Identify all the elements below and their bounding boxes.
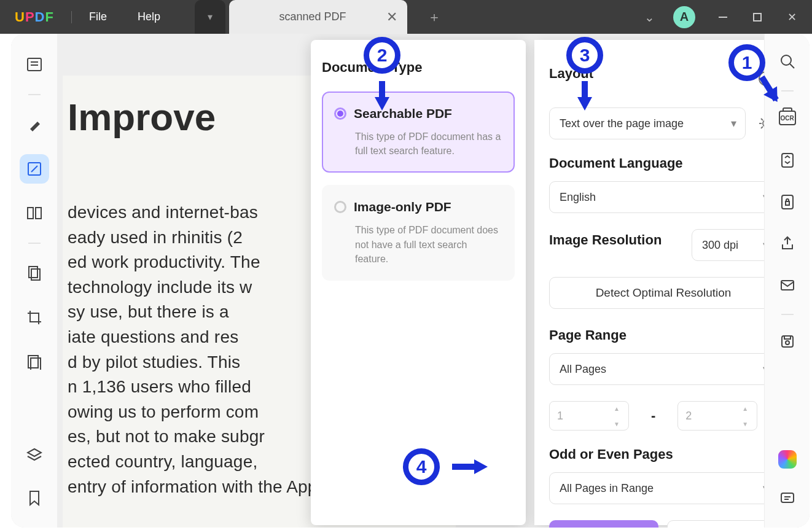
right-toolbar: OCR: [764, 34, 810, 528]
divider: [71, 11, 72, 23]
save-icon[interactable]: [775, 329, 800, 354]
page-range-dropdown[interactable]: All Pages: [549, 353, 764, 385]
new-tab-button[interactable]: ＋: [426, 9, 443, 26]
svg-rect-23: [784, 336, 791, 339]
page-range-heading: Page Range: [549, 327, 764, 343]
svg-rect-19: [786, 201, 789, 205]
compare-icon[interactable]: [20, 198, 49, 228]
option-title: Searchable PDF: [354, 106, 452, 120]
layers-icon[interactable]: [20, 440, 49, 470]
svg-rect-6: [28, 208, 33, 219]
window-maximize-icon[interactable]: [743, 5, 771, 29]
odd-even-heading: Odd or Even Pages: [549, 446, 764, 462]
language-dropdown[interactable]: English: [549, 181, 764, 213]
separator: [781, 90, 794, 92]
resolution-heading: Image Resolution: [549, 232, 683, 248]
option-desc: This type of PDF document has a full tex…: [355, 130, 502, 158]
svg-rect-24: [781, 493, 794, 502]
option-desc: This type of PDF document does not have …: [355, 223, 502, 266]
redact-icon[interactable]: [20, 347, 49, 376]
resolution-dropdown[interactable]: 300 dpi: [692, 229, 764, 261]
document-type-heading: Document Type: [322, 60, 515, 76]
bookmark-icon[interactable]: [20, 483, 49, 513]
option-image-only-pdf[interactable]: Image-only PDF This type of PDF document…: [322, 185, 515, 281]
share-icon[interactable]: [775, 230, 800, 256]
convert-icon[interactable]: [775, 147, 800, 173]
tab-close-icon[interactable]: ✕: [386, 9, 397, 25]
email-icon[interactable]: [775, 272, 800, 298]
dropdown-icon[interactable]: ⌄: [644, 10, 655, 25]
perform-ocr-button[interactable]: Perform OCR: [549, 520, 658, 528]
svg-rect-8: [29, 267, 37, 278]
tab-active[interactable]: scanned PDF ✕: [229, 0, 407, 34]
separator: [28, 94, 41, 95]
language-heading: Document Language: [549, 155, 764, 171]
step-marker-4: 4: [403, 448, 440, 485]
arrow-icon: [375, 97, 389, 111]
left-toolbar: [11, 34, 58, 528]
svg-rect-7: [36, 208, 41, 219]
user-avatar[interactable]: A: [673, 6, 695, 28]
cancel-button[interactable]: Cancel: [667, 520, 764, 528]
arrow-icon: [474, 459, 488, 474]
range-dash: -: [651, 408, 655, 424]
menu-file[interactable]: File: [89, 10, 107, 23]
ocr-settings-panel: Layout ? Text over the page image Docume…: [534, 40, 764, 525]
window-close-icon[interactable]: ✕: [778, 5, 806, 29]
edit-icon[interactable]: [20, 154, 49, 184]
ocr-icon[interactable]: OCR: [775, 105, 800, 131]
svg-point-15: [781, 55, 791, 65]
crop-icon[interactable]: [20, 303, 49, 332]
titlebar: UPDF File Help ▾ scanned PDF ✕ ＋ ⌄ A ✕: [0, 0, 812, 34]
page-to-input[interactable]: 2▲▼: [677, 401, 757, 431]
reader-icon[interactable]: [20, 50, 49, 79]
svg-rect-1: [754, 14, 761, 21]
svg-rect-9: [31, 269, 40, 280]
ai-icon[interactable]: [775, 446, 800, 472]
search-icon[interactable]: [775, 49, 800, 74]
layout-dropdown[interactable]: Text over the page image: [549, 107, 746, 139]
radio-icon: [334, 107, 346, 120]
tab-previous[interactable]: ▾: [195, 0, 225, 34]
detect-resolution-button[interactable]: Detect Optimal Resolution: [549, 277, 764, 309]
svg-line-16: [790, 64, 794, 68]
comment-icon[interactable]: [775, 486, 800, 512]
svg-point-14: [763, 120, 764, 127]
step-marker-1: 1: [728, 44, 765, 81]
highlighter-icon[interactable]: [20, 110, 49, 139]
protect-icon[interactable]: [775, 189, 800, 214]
window-minimize-icon[interactable]: [709, 5, 737, 29]
arrow-icon: [577, 97, 592, 111]
menu-help[interactable]: Help: [138, 10, 160, 23]
tab-title: scanned PDF: [239, 10, 386, 23]
step-marker-2: 2: [364, 37, 400, 74]
step-marker-3: 3: [566, 37, 603, 74]
odd-even-dropdown[interactable]: All Pages in Range: [549, 472, 764, 504]
separator: [781, 314, 794, 315]
page-from-input[interactable]: 1▲▼: [549, 401, 629, 431]
svg-rect-20: [781, 281, 794, 290]
radio-icon: [334, 201, 346, 213]
option-title: Image-only PDF: [354, 200, 451, 214]
option-searchable-pdf[interactable]: Searchable PDF This type of PDF document…: [322, 92, 515, 173]
pages-icon[interactable]: [20, 259, 49, 288]
settings-icon[interactable]: [754, 112, 764, 135]
app-logo: UPDF: [15, 9, 54, 25]
separator: [28, 243, 41, 244]
svg-point-22: [786, 341, 789, 345]
ocr-panel: Document Type Searchable PDF This type o…: [256, 40, 764, 525]
